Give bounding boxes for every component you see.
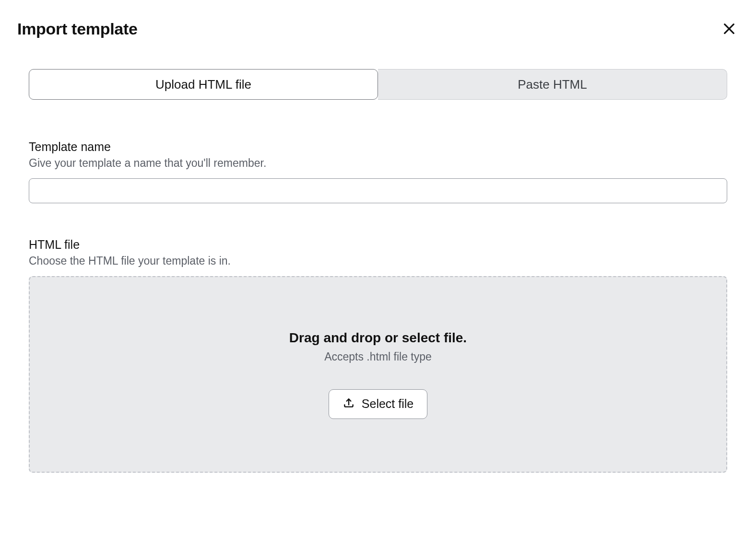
template-name-help: Give your template a name that you'll re… [29, 157, 727, 170]
html-file-label: HTML file [29, 238, 727, 252]
tab-paste-html[interactable]: Paste HTML [378, 69, 727, 100]
close-icon [721, 31, 737, 38]
import-template-modal: Import template Upload HTML file Paste H… [0, 0, 756, 492]
modal-content: Upload HTML file Paste HTML Template nam… [17, 69, 739, 473]
template-name-input[interactable] [29, 178, 727, 203]
tab-label: Upload HTML file [155, 77, 251, 92]
template-name-label: Template name [29, 140, 727, 154]
tab-label: Paste HTML [518, 77, 587, 92]
close-button[interactable] [720, 19, 739, 38]
modal-header: Import template [17, 19, 739, 38]
dropzone-title: Drag and drop or select file. [289, 330, 467, 346]
select-file-button[interactable]: Select file [329, 389, 427, 419]
select-file-label: Select file [362, 397, 413, 411]
upload-icon [343, 396, 355, 412]
template-name-field: Template name Give your template a name … [29, 140, 727, 203]
tab-upload-html-file[interactable]: Upload HTML file [29, 69, 378, 100]
modal-title: Import template [17, 20, 138, 38]
dropzone-subtitle: Accepts .html file type [324, 350, 432, 363]
html-file-help: Choose the HTML file your template is in… [29, 255, 727, 267]
file-dropzone[interactable]: Drag and drop or select file. Accepts .h… [29, 276, 727, 473]
html-file-field: HTML file Choose the HTML file your temp… [29, 238, 727, 473]
mode-tabs: Upload HTML file Paste HTML [29, 69, 727, 100]
